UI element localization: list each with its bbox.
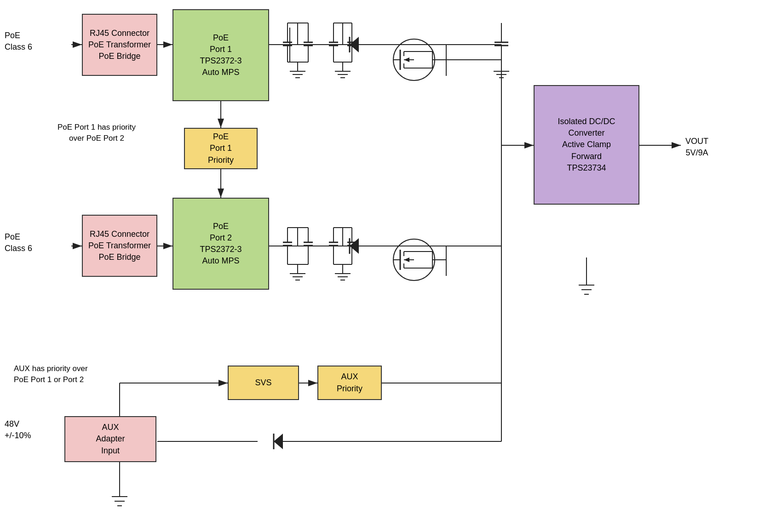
svg-marker-63: [350, 37, 359, 52]
poe-port1-priority-block: PoEPort 1Priority: [184, 128, 258, 169]
aux-priority-block: AUXPriority: [317, 366, 382, 400]
aux-voltage-label: 48V+/-10%: [5, 418, 31, 441]
circuit-diagram: PoEClass 6 RJ45 ConnectorPoE Transformer…: [0, 0, 759, 532]
poe-port1-block: PoEPort 1TPS2372-3Auto MPS: [172, 9, 269, 101]
svg-marker-107: [404, 257, 409, 262]
rj45-block-1: RJ45 ConnectorPoE TransformerPoE Bridge: [82, 14, 157, 76]
vout-label: VOUT5V/9A: [685, 136, 708, 159]
aux-priority-text: AUX has priority overPoE Port 1 or Port …: [14, 363, 170, 385]
poe-class6-top-label: PoEClass 6: [5, 30, 32, 53]
rj45-block-2: RJ45 ConnectorPoE TransformerPoE Bridge: [82, 215, 157, 277]
svg-marker-136: [274, 434, 283, 449]
poe-port-priority-text: PoE Port 1 has priorityover PoE Port 2: [23, 122, 170, 144]
dc-converter-block: Isolated DC/DCConverterActive ClampForwa…: [534, 85, 639, 205]
poe-class6-bottom-label: PoEClass 6: [5, 231, 32, 254]
svs-block: SVS: [228, 366, 299, 400]
svg-marker-110: [350, 238, 359, 254]
poe-port2-block: PoEPort 2TPS2372-3Auto MPS: [172, 198, 269, 290]
svg-point-97: [393, 239, 435, 280]
svg-marker-59: [404, 57, 409, 62]
aux-adapter-block: AUXAdapterInput: [64, 416, 156, 462]
svg-point-49: [393, 39, 435, 80]
